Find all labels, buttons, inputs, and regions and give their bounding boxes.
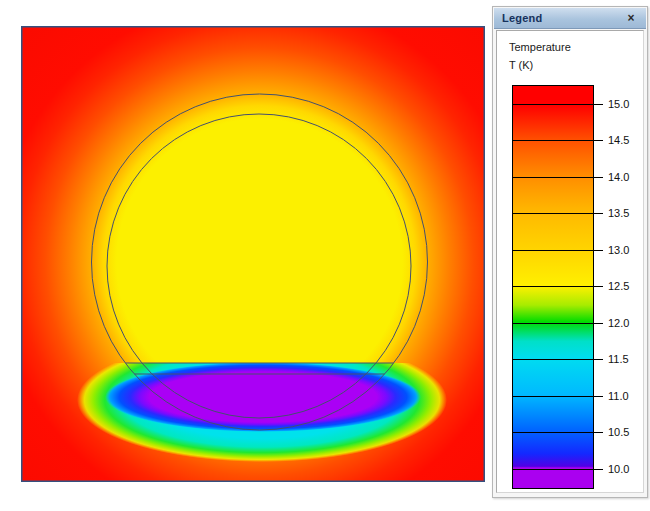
tick-label: 13.5: [608, 207, 629, 219]
legend-titlebar[interactable]: Legend ×: [494, 8, 646, 29]
colorbar-gradient: [512, 85, 594, 489]
legend-content: Temperature T (K) 15.014.514.013.513.012…: [496, 30, 644, 493]
tick-label: 11.5: [608, 353, 629, 365]
tick-label: 14.5: [608, 134, 629, 146]
legend-panel: Legend × Temperature T (K) 15.014.514.01…: [492, 6, 648, 498]
close-icon[interactable]: ×: [623, 10, 639, 26]
tick-label: 13.0: [608, 244, 629, 256]
legend-title: Legend: [494, 12, 542, 24]
tick-label: 10.5: [608, 426, 629, 438]
app-window: Legend × Temperature T (K) 15.014.514.01…: [0, 0, 650, 511]
tick-label: 12.0: [608, 317, 629, 329]
tick-label: 14.0: [608, 171, 629, 183]
cold-core-region: [105, 362, 421, 432]
tick-label: 10.0: [608, 463, 629, 475]
colorbar: 15.014.514.013.513.012.512.011.511.010.5…: [512, 85, 642, 489]
temperature-field-plot[interactable]: [21, 26, 485, 482]
legend-unit-label: T (K): [509, 59, 533, 71]
tick-label: 11.0: [608, 390, 629, 402]
legend-quantity-label: Temperature: [509, 41, 571, 53]
tick-label: 12.5: [608, 280, 629, 292]
tick-label: 15.0: [608, 98, 629, 110]
temperature-field-canvas: [21, 26, 485, 482]
